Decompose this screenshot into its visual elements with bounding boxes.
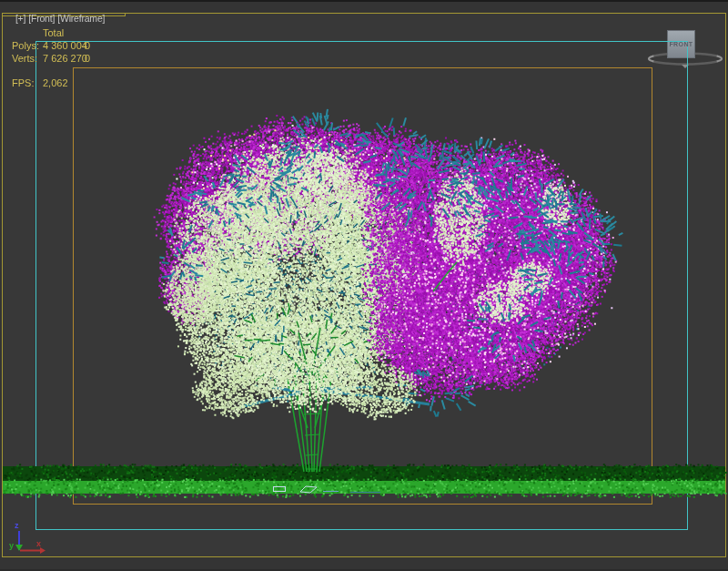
stats-fps-label: FPS:	[12, 77, 34, 88]
stats-polys-selected: 0	[85, 40, 90, 51]
viewport-canvas[interactable]	[0, 0, 728, 571]
stats-polys-value: 4 360 004	[43, 40, 87, 51]
viewport-menu-view[interactable]: [Front]	[28, 13, 55, 24]
stats-verts-label: Verts:	[12, 53, 37, 64]
viewport-menu-general[interactable]: [+]	[15, 13, 25, 24]
stats-verts-selected: 0	[85, 53, 90, 64]
axis-x-label: x	[36, 539, 41, 548]
stats-verts-value: 7 626 270	[43, 53, 87, 64]
viewcube-front-face[interactable]: FRONT	[667, 30, 695, 58]
stats-polys-label: Polys:	[12, 40, 39, 51]
axis-z-label: z	[15, 521, 19, 530]
stats-fps-value: 2,062	[43, 77, 68, 88]
viewport-menu-shading[interactable]: [Wireframe]	[57, 13, 105, 24]
max-viewport-window: [+][Front][Wireframe] Total Polys: 4 360…	[0, 0, 728, 571]
stats-header: Total	[43, 27, 64, 38]
axis-y-label: y	[9, 541, 14, 550]
